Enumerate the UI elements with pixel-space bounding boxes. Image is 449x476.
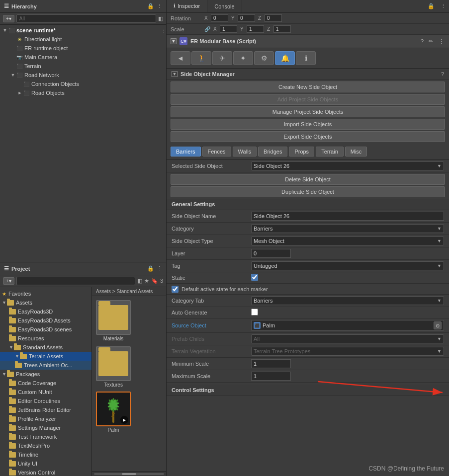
cat-tab-walls[interactable]: Walls (233, 147, 257, 157)
tree-easyroads3d-assets[interactable]: EasyRoads3D Assets (0, 316, 91, 325)
tree-item-roadobjects[interactable]: ► ⬛ Road Objects (0, 88, 166, 97)
tree-easyroads3d[interactable]: EasyRoads3D (0, 307, 91, 316)
tag-dropdown[interactable]: Untagged ▼ (251, 261, 444, 270)
cat-tab-props[interactable]: Props (289, 147, 314, 157)
tree-terrain-assets[interactable]: ▼ Terrain Assets (0, 352, 91, 361)
min-scale-input[interactable] (251, 359, 291, 368)
category-tab-dropdown[interactable]: Barriers ▼ (251, 296, 444, 305)
duplicate-btn[interactable]: Duplicate Side Object (171, 186, 445, 197)
component-edit-icon[interactable]: ✏ (429, 38, 433, 45)
component-toggle[interactable]: ▼ (171, 38, 177, 44)
inspector-header-more[interactable]: ⋮ (438, 1, 449, 11)
tree-item-dirlight[interactable]: ☀ Directional light (0, 35, 166, 44)
project-icon1[interactable]: ◧ (137, 278, 142, 284)
selected-side-obj-dropdown[interactable]: Side Object 26 ▼ (251, 161, 444, 170)
tree-settings-manager[interactable]: Settings Manager (0, 423, 91, 432)
default-active-checkbox[interactable] (172, 286, 179, 293)
tree-resources[interactable]: Resources (0, 334, 91, 343)
tree-trees-ambient[interactable]: Trees Ambient-Oc... (0, 361, 91, 370)
tree-editor-coroutines[interactable]: Editor Coroutines (0, 397, 91, 405)
file-materials[interactable]: Materials (96, 300, 131, 341)
add-project-btn[interactable]: Add Project Side Objects (171, 94, 445, 105)
tree-custom-nunit[interactable]: Custom NUnit (0, 388, 91, 397)
component-dots-icon[interactable]: ⋮ (438, 37, 445, 45)
tree-textmeshpro[interactable]: TextMeshPro (0, 441, 91, 450)
tree-item-maincam[interactable]: 📷 Main Camera (0, 53, 166, 62)
import-btn[interactable]: Import Side Objects (171, 119, 445, 130)
export-btn[interactable]: Export Side Objects (171, 131, 445, 142)
project-icon3[interactable]: 🔖 (151, 278, 158, 284)
tree-item-scene[interactable]: ▼ ⬛ scene runtime* ⋮ (0, 26, 166, 35)
tree-item-roadnetwork[interactable]: ▼ ⬛ Road Network (0, 71, 166, 79)
hierarchy-lock-icon[interactable]: 🔒 (147, 3, 154, 9)
scale-z-input[interactable] (273, 25, 291, 33)
project-more-icon[interactable]: ⋮ (157, 265, 162, 272)
tree-profile-analyzer[interactable]: Profile Analyzer (0, 414, 91, 423)
rotation-y-input[interactable] (238, 14, 255, 22)
tree-item-connections[interactable]: ⬛ Connection Objects (0, 79, 166, 88)
max-scale-input[interactable] (251, 372, 291, 381)
tree-item-er-runtime[interactable]: ⬛ ER runtime object (0, 44, 166, 53)
create-new-btn[interactable]: Create New Side Object (171, 81, 445, 92)
cat-tab-terrain[interactable]: Terrain (316, 147, 344, 157)
icon-tab-star[interactable]: ✦ (233, 51, 253, 65)
project-menu-icon[interactable]: ☰ (4, 265, 9, 272)
hierarchy-more-icon[interactable]: ⋮ (157, 3, 162, 9)
play-overlay[interactable]: ▶ (120, 416, 128, 424)
icon-tab-plane[interactable]: ✈ (212, 51, 232, 65)
tree-favorites[interactable]: ★ Favorites (0, 289, 91, 298)
tree-code-coverage[interactable]: Code Coverage (0, 379, 91, 388)
tree-item-terrain[interactable]: ⬛ Terrain (0, 62, 166, 71)
tree-jetbrains[interactable]: JetBrains Rider Editor (0, 405, 91, 414)
delete-btn[interactable]: Delete Side Object (171, 174, 445, 185)
prefab-childs-dropdown[interactable]: All ▼ (251, 334, 444, 343)
side-obj-manager-toggle[interactable]: ▼ (172, 71, 178, 77)
source-obj-pick-btn[interactable]: ⊙ (434, 321, 442, 329)
cat-tab-misc[interactable]: Misc (345, 147, 367, 157)
tree-standard-assets[interactable]: ▼ Standard Assets (0, 343, 91, 352)
tree-test-framework[interactable]: Test Framework (0, 432, 91, 441)
side-obj-manager-help[interactable]: ? (441, 71, 444, 77)
side-obj-name-input[interactable] (251, 212, 444, 221)
terrain-veg-dropdown[interactable]: Terrain Tree Prototypes ▼ (251, 347, 444, 356)
icon-tab-walk[interactable]: 🚶 (191, 51, 211, 65)
tree-version-control[interactable]: Version Control (0, 468, 91, 476)
hierarchy-search[interactable] (16, 14, 156, 23)
cat-tab-barriers[interactable]: Barriers (171, 147, 201, 157)
tab-inspector[interactable]: ℹ Inspector (167, 0, 207, 12)
auto-generate-checkbox[interactable] (251, 309, 258, 316)
cat-tab-fences[interactable]: Fences (202, 147, 231, 157)
tree-assets[interactable]: ▼ Assets (0, 298, 91, 307)
file-textures[interactable]: Textures (96, 346, 131, 388)
rotation-z-input[interactable] (265, 14, 282, 22)
project-lock-icon[interactable]: 🔒 (147, 265, 154, 272)
tree-packages[interactable]: ▼ Packages (0, 370, 91, 379)
project-scrollbar-h[interactable] (92, 471, 166, 476)
scale-x-input[interactable] (220, 25, 237, 33)
icon-tab-info[interactable]: ℹ (296, 51, 316, 65)
category-dropdown[interactable]: Barriers ▼ (251, 224, 444, 233)
project-search[interactable] (16, 277, 135, 285)
static-checkbox[interactable] (251, 274, 258, 281)
inspector-header-lock[interactable]: 🔒 (425, 1, 438, 11)
tab-console[interactable]: Console (207, 0, 242, 12)
icon-tab-gear[interactable]: ⚙ (254, 51, 274, 65)
icon-tab-bell[interactable]: 🔔 (275, 51, 295, 65)
rotation-x-input[interactable] (211, 14, 228, 22)
project-icon2[interactable]: ★ (144, 278, 149, 284)
project-add-btn[interactable]: +▾ (3, 277, 14, 285)
hierarchy-add-btn[interactable]: +▾ (3, 15, 14, 22)
tree-timeline[interactable]: Timeline (0, 450, 91, 459)
file-palm[interactable]: ▶ Palm (96, 392, 131, 433)
side-obj-type-dropdown[interactable]: Mesh Object ▼ (251, 237, 444, 245)
scale-y-input[interactable] (247, 25, 264, 33)
scene-dots[interactable]: ⋮ (161, 28, 166, 33)
hierarchy-menu-icon[interactable]: ☰ (4, 3, 9, 9)
tree-unity-ui[interactable]: Unity UI (0, 459, 91, 468)
layer-input[interactable] (251, 249, 291, 258)
icon-tab-back[interactable]: ◄ (171, 51, 190, 65)
cat-tab-bridges[interactable]: Bridges (258, 147, 287, 157)
tree-easyroads3d-scenes[interactable]: EasyRoads3D scenes (0, 325, 91, 334)
manage-project-btn[interactable]: Manage Project Side Objects (171, 106, 445, 117)
component-help-icon[interactable]: ? (421, 38, 424, 44)
